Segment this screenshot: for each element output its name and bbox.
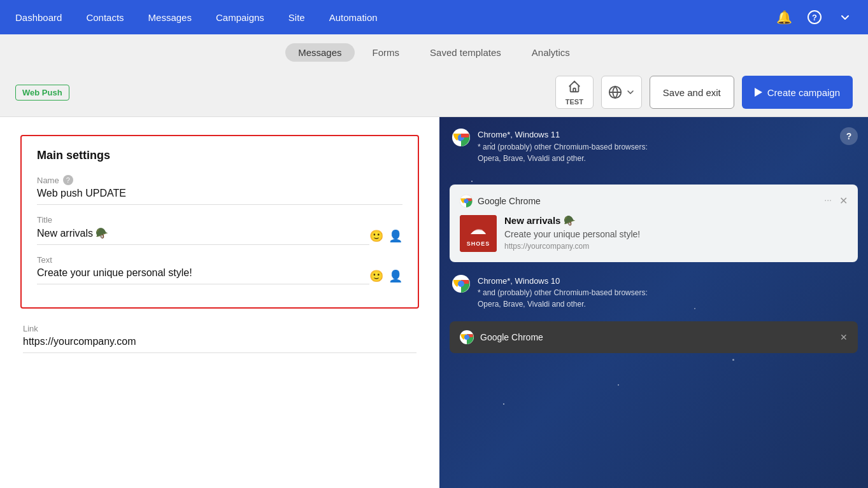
nav-automation[interactable]: Automation	[327, 2, 380, 33]
link-value[interactable]: https://yourcompany.com	[23, 336, 416, 353]
notif-chrome-icon	[460, 195, 473, 207]
create-campaign-label: Create campaign	[767, 87, 840, 98]
notif-close-icon[interactable]: ✕	[839, 195, 848, 207]
emoji-icon[interactable]: 🙂	[369, 229, 383, 243]
text-field-row: Create your unique personal style! 🙂 👤	[37, 267, 402, 284]
chrome-icon	[452, 129, 470, 146]
test-label: TEST	[566, 98, 583, 106]
subnav-messages[interactable]: Messages	[285, 43, 354, 62]
text-actions: 🙂 👤	[369, 269, 402, 283]
name-label: Name ?	[37, 175, 402, 185]
title-field-group: Title New arrivals 🪖 🙂 👤	[37, 215, 402, 245]
chrome-win11-text: Chrome*, Windows 11 * and (probably) oth…	[478, 129, 648, 164]
house-icon	[567, 80, 581, 97]
create-campaign-button[interactable]: Create campaign	[742, 76, 853, 109]
notif-browser-name: Google Chrome	[478, 196, 541, 206]
chrome-win10-note2: Opera, Brave, Vivaldi and other.	[478, 298, 648, 310]
dark-chrome-icon	[460, 330, 474, 344]
text-value[interactable]: Create your unique personal style!	[37, 267, 369, 284]
nav-icons: 🔔 ?	[774, 7, 855, 27]
notif-text-area: New arrivals 🪖 Create your unique person…	[504, 215, 848, 252]
title-value[interactable]: New arrivals 🪖	[37, 227, 369, 245]
person-icon[interactable]: 👤	[388, 229, 402, 243]
name-value[interactable]: Web push UPDATE	[37, 188, 402, 205]
notif-title: New arrivals 🪖	[504, 215, 848, 227]
person-icon-text[interactable]: 👤	[388, 269, 402, 283]
nav-items: Dashboard Contacts Messages Campaigns Si…	[13, 2, 774, 33]
title-field-row: New arrivals 🪖 🙂 👤	[37, 227, 402, 245]
nav-campaigns[interactable]: Campaigns	[213, 2, 267, 33]
notif-header-left: Google Chrome	[460, 195, 541, 207]
chrome-win11-note: * and (probably) other Chromium-based br…	[478, 141, 648, 153]
svg-point-9	[458, 281, 464, 287]
top-navigation: Dashboard Contacts Messages Campaigns Si…	[0, 0, 868, 34]
notif-header: Google Chrome ··· ✕	[460, 195, 848, 207]
notif-image: SHOES	[460, 215, 497, 252]
notif-description: Create your unique personal style!	[504, 229, 848, 239]
left-panel: Main settings Name ? Web push UPDATE Tit…	[0, 117, 439, 488]
subnav-forms[interactable]: Forms	[360, 43, 413, 62]
main-settings-box: Main settings Name ? Web push UPDATE Tit…	[20, 135, 419, 309]
text-label: Text	[37, 255, 402, 265]
title-actions: 🙂 👤	[369, 229, 402, 243]
name-field-group: Name ? Web push UPDATE	[37, 175, 402, 205]
nav-contacts[interactable]: Contacts	[83, 2, 126, 33]
name-help-icon[interactable]: ?	[63, 175, 73, 185]
dark-notification-card: Google Chrome ✕	[450, 321, 858, 353]
web-push-badge: Web Push	[15, 85, 69, 101]
dark-notif-close-icon[interactable]: ✕	[840, 332, 848, 342]
text-field-group: Text Create your unique personal style! …	[37, 255, 402, 284]
chrome-win10-note: * and (probably) other Chromium-based br…	[478, 287, 648, 298]
subnav-analytics[interactable]: Analytics	[519, 43, 583, 62]
chrome-win10-row: Chrome*, Windows 10 * and (probably) oth…	[452, 275, 855, 310]
notif-menu-icon[interactable]: ···	[824, 195, 832, 207]
link-label: Link	[23, 324, 416, 333]
main-content: Main settings Name ? Web push UPDATE Tit…	[0, 117, 868, 488]
test-button[interactable]: TEST	[555, 76, 594, 109]
emoji-icon-text[interactable]: 🙂	[369, 269, 383, 283]
help-icon[interactable]: ?	[804, 7, 825, 27]
notif-controls: ··· ✕	[824, 195, 848, 207]
subnav-saved-templates[interactable]: Saved templates	[417, 43, 514, 62]
nav-site[interactable]: Site	[286, 2, 308, 33]
main-settings-title: Main settings	[37, 149, 402, 162]
notification-card: Google Chrome ··· ✕ SHOES	[450, 185, 858, 262]
globe-button[interactable]	[601, 76, 642, 109]
dropdown-icon[interactable]	[835, 7, 855, 27]
chrome-win10-text: Chrome*, Windows 10 * and (probably) oth…	[478, 275, 648, 310]
chrome-win10-icon	[452, 275, 470, 293]
notif-img-label: SHOES	[467, 241, 490, 247]
nav-dashboard[interactable]: Dashboard	[13, 2, 64, 33]
dark-notif-left: Google Chrome	[460, 330, 543, 344]
right-panel: ? Chrome*, Windows 11 * and (probably) o…	[439, 117, 868, 488]
chrome-win10-name: Chrome*, Windows 10	[478, 275, 648, 288]
chrome-win11-info: Chrome*, Windows 11 * and (probably) oth…	[439, 117, 868, 179]
chrome-win11-row: Chrome*, Windows 11 * and (probably) oth…	[452, 129, 855, 164]
nav-messages[interactable]: Messages	[146, 2, 194, 33]
toolbar: Web Push TEST Save and exit Create campa…	[0, 71, 868, 116]
title-label: Title	[37, 215, 402, 225]
sub-navigation: Messages Forms Saved templates Analytics	[0, 34, 868, 71]
svg-text:?: ?	[812, 13, 817, 22]
bell-icon[interactable]: 🔔	[774, 7, 794, 27]
play-icon	[755, 88, 762, 97]
svg-point-7	[464, 199, 468, 203]
shoes-icon	[468, 220, 488, 241]
dark-notif-browser-name: Google Chrome	[480, 332, 543, 342]
link-field-group: Link https://yourcompany.com	[20, 324, 419, 353]
notif-url: https://yourcompany.com	[504, 242, 848, 251]
preview-help-icon[interactable]: ?	[840, 127, 858, 145]
chrome-win10-info: Chrome*, Windows 10 * and (probably) oth…	[439, 267, 868, 319]
chrome-win11-name: Chrome*, Windows 11	[478, 129, 648, 141]
save-exit-button[interactable]: Save and exit	[650, 76, 734, 109]
svg-point-11	[464, 335, 469, 340]
chrome-win11-note2: Opera, Brave, Vivaldi and other.	[478, 153, 648, 164]
notif-body: SHOES New arrivals 🪖 Create your unique …	[460, 215, 848, 252]
